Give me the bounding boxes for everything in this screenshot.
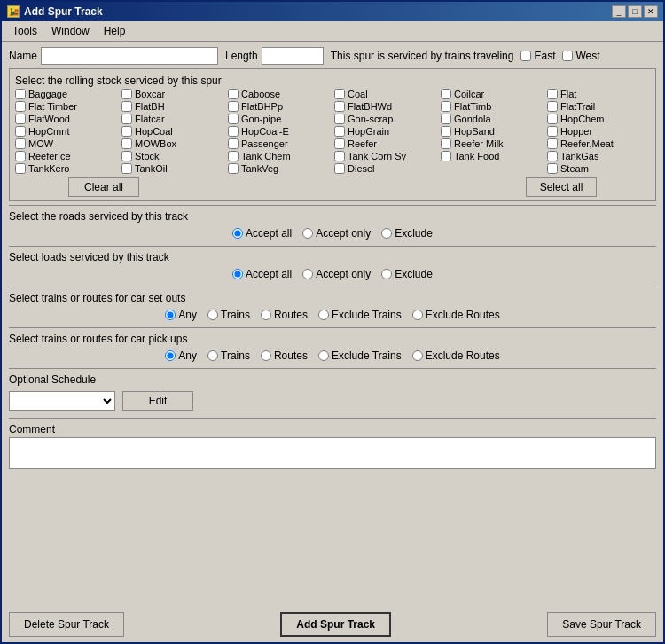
cb-hopsand[interactable]: HopSand [441, 126, 544, 137]
set-outs-trains-radio[interactable] [207, 310, 218, 320]
roads-accept-all-radio[interactable] [232, 228, 243, 239]
loads-accept-all-label[interactable]: Accept all [232, 268, 292, 280]
comment-textarea[interactable] [9, 437, 656, 469]
roads-accept-all-label[interactable]: Accept all [232, 227, 292, 240]
cb-gon-pipe[interactable]: Gon-pipe [228, 114, 331, 124]
loads-accept-all-radio[interactable] [232, 269, 243, 279]
cb-flattrail[interactable]: FlatTrail [547, 101, 650, 112]
loads-exclude-label[interactable]: Exclude [381, 268, 433, 280]
name-input[interactable] [41, 47, 218, 65]
cb-flatwood[interactable]: FlatWood [15, 114, 118, 124]
edit-button[interactable]: Edit [122, 391, 193, 411]
pick-ups-routes-radio[interactable] [261, 350, 271, 361]
cb-coal[interactable]: Coal [334, 89, 437, 99]
clear-all-button[interactable]: Clear all [68, 177, 139, 197]
cb-tankveg[interactable]: TankVeg [228, 163, 331, 174]
cb-hopgrain[interactable]: HopGrain [334, 126, 437, 137]
cb-coilcar[interactable]: Coilcar [441, 89, 544, 99]
west-checkbox[interactable] [562, 51, 573, 61]
roads-exclude-radio[interactable] [381, 228, 392, 239]
cb-hopcoal-e[interactable]: HopCoal-E [228, 126, 331, 137]
cb-reeferico[interactable]: ReeferIce [15, 151, 118, 161]
set-outs-exclude-trains-radio[interactable] [318, 310, 329, 320]
pick-ups-exclude-routes-radio[interactable] [412, 350, 423, 361]
cb-baggage[interactable]: Baggage [15, 89, 118, 99]
menu-tools[interactable]: Tools [5, 23, 44, 39]
cb-hopcoal[interactable]: HopCoal [121, 126, 224, 137]
cb-mowbox[interactable]: MOWBox [121, 138, 224, 149]
cb-flatbhwd[interactable]: FlatBHWd [334, 101, 437, 112]
cb-steam[interactable]: Steam [547, 163, 650, 174]
set-outs-trains-label[interactable]: Trains [207, 309, 250, 321]
cb-tank-food[interactable]: Tank Food [441, 151, 544, 161]
pick-ups-trains-label[interactable]: Trains [207, 349, 250, 362]
roads-accept-only-label[interactable]: Accept only [302, 227, 371, 240]
select-all-button[interactable]: Select all [526, 177, 597, 197]
cb-tankoil[interactable]: TankOil [121, 163, 224, 174]
cb-stock[interactable]: Stock [121, 151, 224, 161]
west-checkbox-label[interactable]: West [562, 50, 599, 62]
set-outs-any-radio[interactable] [165, 310, 176, 320]
cb-flatcar[interactable]: Flatcar [121, 114, 224, 124]
pick-ups-exclude-trains-label[interactable]: Exclude Trains [318, 349, 402, 362]
cb-reefer-milk[interactable]: Reefer Milk [441, 138, 544, 149]
cb-diesel[interactable]: Diesel [334, 163, 437, 174]
set-outs-routes-radio[interactable] [261, 310, 271, 320]
save-spur-track-button[interactable]: Save Spur Track [547, 612, 656, 637]
cb-tank-chem[interactable]: Tank Chem [228, 151, 331, 161]
loads-accept-only-label[interactable]: Accept only [302, 268, 371, 280]
menu-help[interactable]: Help [97, 23, 133, 39]
delete-spur-track-button[interactable]: Delete Spur Track [9, 612, 124, 637]
cb-flat-timber[interactable]: Flat Timber [15, 101, 118, 112]
set-outs-any-label[interactable]: Any [165, 309, 197, 321]
cb-mow[interactable]: MOW [15, 138, 118, 149]
cb-tank-corn-sy[interactable]: Tank Corn Sy [334, 151, 437, 161]
cb-gon-scrap[interactable]: Gon-scrap [334, 114, 437, 124]
pick-ups-exclude-routes-label[interactable]: Exclude Routes [412, 349, 500, 362]
cb-tankgas[interactable]: TankGas [547, 151, 650, 161]
maximize-button[interactable]: □ [628, 5, 642, 18]
set-outs-routes-label[interactable]: Routes [261, 309, 308, 321]
cb-flatbhpp[interactable]: FlatBHPp [228, 101, 331, 112]
roads-exclude-label[interactable]: Exclude [381, 227, 433, 240]
cb-flatbh[interactable]: FlatBH [121, 101, 224, 112]
east-checkbox[interactable] [520, 51, 531, 61]
cb-caboose[interactable]: Caboose [228, 89, 331, 99]
cb-flattimb[interactable]: FlatTimb [441, 101, 544, 112]
cb-passenger[interactable]: Passenger [228, 138, 331, 149]
length-input[interactable] [262, 47, 324, 65]
set-outs-exclude-trains-text: Exclude Trains [332, 309, 402, 321]
cb-flat[interactable]: Flat [547, 89, 650, 99]
cb-gondola[interactable]: Gondola [441, 114, 544, 124]
minimize-button[interactable]: _ [612, 5, 626, 18]
cb-tankkero[interactable]: TankKero [15, 163, 118, 174]
pick-ups-any-label[interactable]: Any [165, 349, 197, 362]
cb-reefer-meat[interactable]: Reefer,Meat [547, 138, 650, 149]
cb-hopcmnt[interactable]: HopCmnt [15, 126, 118, 137]
cb-boxcar[interactable]: Boxcar [121, 89, 224, 99]
roads-header: Select the roads serviced by this track [9, 208, 656, 224]
window-icon: 🚂 [7, 5, 20, 18]
pick-ups-any-radio[interactable] [165, 350, 176, 361]
cb-hopchem[interactable]: HopChem [547, 114, 650, 124]
loads-accept-only-radio[interactable] [302, 269, 313, 279]
menu-window[interactable]: Window [44, 23, 97, 39]
schedule-select[interactable] [9, 391, 115, 411]
pick-ups-trains-radio[interactable] [207, 350, 218, 361]
east-label: East [534, 50, 555, 62]
loads-exclude-radio[interactable] [381, 269, 392, 279]
car-set-outs-header: Select trains or routes for car set outs [9, 290, 656, 306]
set-outs-exclude-routes-radio[interactable] [412, 310, 423, 320]
add-spur-track-button[interactable]: Add Spur Track [280, 612, 391, 637]
close-button[interactable]: ✕ [644, 5, 658, 18]
roads-radio-row: Accept all Accept only Exclude [9, 224, 656, 242]
cb-empty [441, 163, 544, 174]
roads-accept-only-radio[interactable] [302, 228, 313, 239]
cb-hopper[interactable]: Hopper [547, 126, 650, 137]
set-outs-exclude-routes-label[interactable]: Exclude Routes [412, 309, 500, 321]
east-checkbox-label[interactable]: East [520, 50, 555, 62]
pick-ups-routes-label[interactable]: Routes [261, 349, 308, 362]
set-outs-exclude-trains-label[interactable]: Exclude Trains [318, 309, 402, 321]
pick-ups-exclude-trains-radio[interactable] [318, 350, 329, 361]
cb-reefer[interactable]: Reefer [334, 138, 437, 149]
